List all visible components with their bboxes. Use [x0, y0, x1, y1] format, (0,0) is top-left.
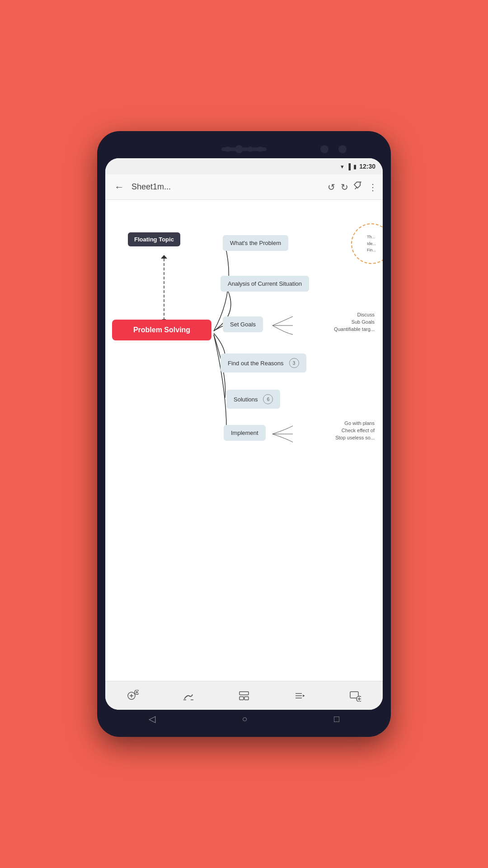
phone-screen: ▾ ▐ ▮ 12:30 ← Sheet1m... ↺ ↻ ⋮ — [105, 158, 383, 710]
status-time: 12:30 — [359, 163, 375, 170]
app-bar-icons: ↺ ↻ ⋮ — [328, 181, 377, 193]
solutions-badge: 6 — [263, 394, 273, 404]
discuss-label: Discuss — [357, 312, 375, 317]
reasons-badge: 3 — [289, 358, 299, 368]
phone-top-bar — [105, 140, 383, 158]
speaker — [221, 147, 267, 151]
app-title: Sheet1m... — [131, 182, 324, 192]
orange-topic-node[interactable]: Th... Ide... Fin... — [351, 223, 383, 264]
svg-marker-4 — [161, 255, 167, 259]
recent-nav-button[interactable]: □ — [334, 714, 339, 724]
wifi-icon: ▾ — [341, 163, 344, 170]
mindmap-canvas: Floating Topic Problem Solving Th... Ide… — [105, 200, 383, 681]
dot4 — [320, 145, 328, 153]
orange-label-2: Ide... — [367, 241, 376, 247]
find-reasons-node[interactable]: Find out the Reasons 3 — [221, 354, 306, 373]
analysis-node[interactable]: Analysis of Current Situation — [221, 276, 309, 292]
phone-frame: ▾ ▐ ▮ 12:30 ← Sheet1m... ↺ ↻ ⋮ — [97, 131, 391, 737]
svg-rect-13 — [239, 692, 249, 695]
signal-icon: ▐ — [347, 163, 351, 170]
orange-label-3: Fin... — [367, 247, 376, 253]
dot5 — [338, 145, 347, 153]
layout-button[interactable] — [233, 685, 255, 707]
check-effect-label: Check effect of — [342, 428, 375, 433]
insert-button[interactable] — [344, 685, 366, 707]
style-button[interactable] — [178, 685, 199, 707]
solutions-node[interactable]: Solutions 6 — [226, 390, 280, 409]
format-button[interactable] — [354, 181, 363, 193]
back-nav-button[interactable]: ◁ — [149, 713, 155, 724]
redo-button[interactable]: ↻ — [341, 182, 348, 193]
home-nav-button[interactable]: ○ — [242, 714, 247, 724]
floating-topic-node[interactable]: Floating Topic — [128, 232, 180, 246]
battery-icon: ▮ — [353, 163, 357, 170]
whats-the-problem-node[interactable]: What's the Problem — [223, 235, 288, 251]
set-goals-node[interactable]: Set Goals — [223, 316, 263, 332]
svg-rect-14 — [239, 697, 244, 700]
svg-line-0 — [355, 187, 357, 189]
svg-rect-15 — [244, 697, 249, 700]
bottom-toolbar — [105, 681, 383, 710]
add-node-button[interactable] — [122, 685, 144, 707]
outline-button[interactable] — [289, 685, 310, 707]
quantifiable-label: Quantifiable targ... — [334, 326, 375, 332]
app-bar: ← Sheet1m... ↺ ↻ ⋮ — [105, 175, 383, 200]
center-node[interactable]: Problem Solving — [112, 320, 211, 340]
status-icons: ▾ ▐ ▮ 12:30 — [341, 163, 375, 170]
more-button[interactable]: ⋮ — [368, 182, 377, 193]
phone-nav-bar: ◁ ○ □ — [105, 710, 383, 728]
stop-useless-label: Stop useless so... — [335, 435, 375, 440]
implement-node[interactable]: Implement — [224, 425, 266, 441]
back-button[interactable]: ← — [111, 179, 128, 195]
sub-goals-label: Sub Goals — [352, 319, 375, 325]
status-bar: ▾ ▐ ▮ 12:30 — [105, 158, 383, 175]
orange-label-1: Th... — [367, 234, 376, 240]
undo-button[interactable]: ↺ — [328, 182, 335, 193]
go-plans-label: Go with plans — [344, 420, 375, 426]
